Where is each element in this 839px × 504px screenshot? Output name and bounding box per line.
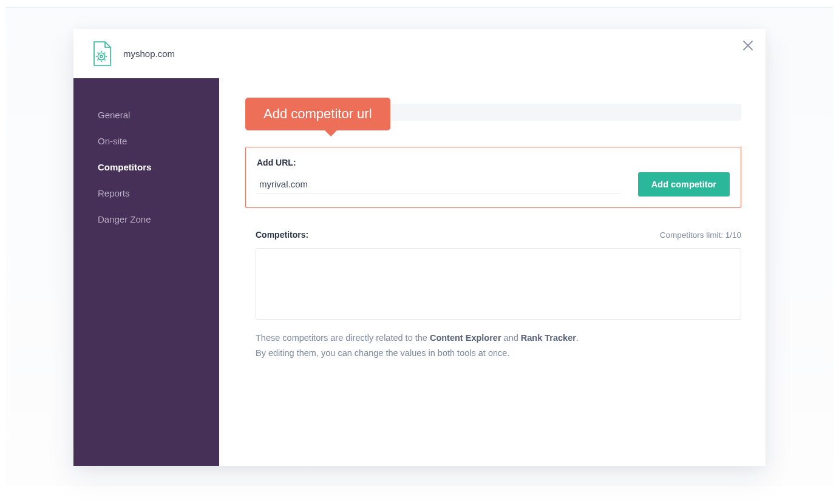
note-bold-rank-tracker: Rank Tracker <box>521 333 576 343</box>
add-url-label: Add URL: <box>257 158 730 167</box>
sidebar-item-competitors[interactable]: Competitors <box>73 157 219 178</box>
svg-line-8 <box>98 59 99 61</box>
sidebar-item-label: Competitors <box>98 162 151 172</box>
modal-header: myshop.com <box>73 29 766 78</box>
gear-file-icon <box>92 41 111 66</box>
competitors-header: Competitors: Competitors limit: 1/10 <box>256 230 741 240</box>
note-text: and <box>501 333 521 343</box>
competitor-url-input[interactable] <box>257 175 621 193</box>
sidebar-item-on-site[interactable]: On-site <box>73 131 219 152</box>
modal-body: General On-site Competitors Reports Dang… <box>73 78 766 466</box>
competitors-section: Competitors: Competitors limit: 1/10 The… <box>256 230 741 360</box>
svg-line-9 <box>104 59 106 61</box>
shop-name: myshop.com <box>123 49 175 59</box>
competitors-list-box <box>256 248 741 320</box>
sidebar-item-label: Reports <box>98 188 130 198</box>
svg-point-0 <box>98 53 105 60</box>
settings-modal: myshop.com General On-site Competitors R… <box>73 29 766 466</box>
sidebar-item-danger-zone[interactable]: Danger Zone <box>73 209 219 230</box>
add-url-box: Add URL: Add competitor <box>245 147 741 208</box>
svg-point-1 <box>100 55 103 58</box>
content-area: Add competitor url Add URL: Add competit… <box>219 78 766 466</box>
note-line-1: These competitors are directly related t… <box>256 331 741 346</box>
sidebar-item-general[interactable]: General <box>73 105 219 126</box>
sidebar-item-label: Danger Zone <box>98 214 151 224</box>
settings-sidebar: General On-site Competitors Reports Dang… <box>73 78 219 466</box>
tooltip-add-competitor: Add competitor url <box>245 98 390 130</box>
sidebar-item-reports[interactable]: Reports <box>73 183 219 204</box>
note-text: . <box>576 333 579 343</box>
add-url-row: Add competitor <box>257 172 730 197</box>
note-bold-content-explorer: Content Explorer <box>430 333 501 343</box>
sidebar-item-label: General <box>98 110 130 120</box>
competitors-note: These competitors are directly related t… <box>256 331 741 360</box>
note-line-2: By editing them, you can change the valu… <box>256 346 741 361</box>
competitors-label: Competitors: <box>256 230 308 240</box>
note-text: These competitors are directly related t… <box>256 333 430 343</box>
competitors-limit: Competitors limit: 1/10 <box>660 230 741 240</box>
svg-line-6 <box>98 53 99 54</box>
close-icon <box>742 40 753 51</box>
sidebar-item-label: On-site <box>98 136 127 146</box>
add-competitor-button[interactable]: Add competitor <box>638 172 730 197</box>
tooltip-text: Add competitor url <box>263 106 372 121</box>
svg-line-7 <box>104 53 106 54</box>
close-button[interactable] <box>741 39 755 52</box>
